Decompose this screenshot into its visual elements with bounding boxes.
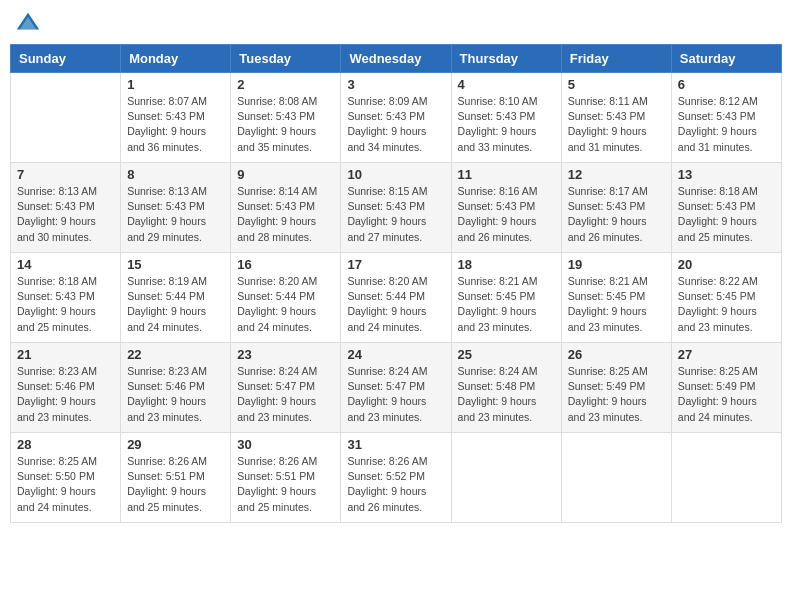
- day-cell-w1-d4: 3Sunrise: 8:09 AMSunset: 5:43 PMDaylight…: [341, 73, 451, 163]
- day-info: Sunrise: 8:10 AMSunset: 5:43 PMDaylight:…: [458, 94, 555, 155]
- day-cell-w5-d4: 31Sunrise: 8:26 AMSunset: 5:52 PMDayligh…: [341, 433, 451, 523]
- day-number: 1: [127, 77, 224, 92]
- day-number: 6: [678, 77, 775, 92]
- day-info: Sunrise: 8:25 AMSunset: 5:50 PMDaylight:…: [17, 454, 114, 515]
- day-number: 22: [127, 347, 224, 362]
- day-number: 25: [458, 347, 555, 362]
- day-cell-w1-d2: 1Sunrise: 8:07 AMSunset: 5:43 PMDaylight…: [121, 73, 231, 163]
- day-cell-w5-d6: [561, 433, 671, 523]
- day-info: Sunrise: 8:16 AMSunset: 5:43 PMDaylight:…: [458, 184, 555, 245]
- day-number: 28: [17, 437, 114, 452]
- day-info: Sunrise: 8:24 AMSunset: 5:47 PMDaylight:…: [347, 364, 444, 425]
- day-number: 30: [237, 437, 334, 452]
- day-info: Sunrise: 8:18 AMSunset: 5:43 PMDaylight:…: [678, 184, 775, 245]
- day-number: 11: [458, 167, 555, 182]
- day-cell-w1-d7: 6Sunrise: 8:12 AMSunset: 5:43 PMDaylight…: [671, 73, 781, 163]
- day-cell-w3-d4: 17Sunrise: 8:20 AMSunset: 5:44 PMDayligh…: [341, 253, 451, 343]
- calendar-header-row: SundayMondayTuesdayWednesdayThursdayFrid…: [11, 45, 782, 73]
- week-row-4: 21Sunrise: 8:23 AMSunset: 5:46 PMDayligh…: [11, 343, 782, 433]
- day-cell-w5-d5: [451, 433, 561, 523]
- day-info: Sunrise: 8:26 AMSunset: 5:52 PMDaylight:…: [347, 454, 444, 515]
- day-info: Sunrise: 8:26 AMSunset: 5:51 PMDaylight:…: [127, 454, 224, 515]
- day-info: Sunrise: 8:25 AMSunset: 5:49 PMDaylight:…: [678, 364, 775, 425]
- day-number: 20: [678, 257, 775, 272]
- day-cell-w5-d7: [671, 433, 781, 523]
- day-cell-w3-d1: 14Sunrise: 8:18 AMSunset: 5:43 PMDayligh…: [11, 253, 121, 343]
- day-number: 3: [347, 77, 444, 92]
- day-number: 12: [568, 167, 665, 182]
- day-number: 14: [17, 257, 114, 272]
- header-friday: Friday: [561, 45, 671, 73]
- day-info: Sunrise: 8:09 AMSunset: 5:43 PMDaylight:…: [347, 94, 444, 155]
- day-number: 13: [678, 167, 775, 182]
- logo: [14, 10, 46, 38]
- day-number: 26: [568, 347, 665, 362]
- day-number: 7: [17, 167, 114, 182]
- day-cell-w3-d2: 15Sunrise: 8:19 AMSunset: 5:44 PMDayligh…: [121, 253, 231, 343]
- day-cell-w3-d5: 18Sunrise: 8:21 AMSunset: 5:45 PMDayligh…: [451, 253, 561, 343]
- day-info: Sunrise: 8:21 AMSunset: 5:45 PMDaylight:…: [568, 274, 665, 335]
- day-number: 2: [237, 77, 334, 92]
- day-cell-w2-d1: 7Sunrise: 8:13 AMSunset: 5:43 PMDaylight…: [11, 163, 121, 253]
- day-info: Sunrise: 8:22 AMSunset: 5:45 PMDaylight:…: [678, 274, 775, 335]
- day-info: Sunrise: 8:13 AMSunset: 5:43 PMDaylight:…: [127, 184, 224, 245]
- day-info: Sunrise: 8:23 AMSunset: 5:46 PMDaylight:…: [17, 364, 114, 425]
- day-info: Sunrise: 8:24 AMSunset: 5:48 PMDaylight:…: [458, 364, 555, 425]
- day-info: Sunrise: 8:07 AMSunset: 5:43 PMDaylight:…: [127, 94, 224, 155]
- day-number: 27: [678, 347, 775, 362]
- day-number: 16: [237, 257, 334, 272]
- day-cell-w3-d7: 20Sunrise: 8:22 AMSunset: 5:45 PMDayligh…: [671, 253, 781, 343]
- day-cell-w2-d5: 11Sunrise: 8:16 AMSunset: 5:43 PMDayligh…: [451, 163, 561, 253]
- day-cell-w2-d4: 10Sunrise: 8:15 AMSunset: 5:43 PMDayligh…: [341, 163, 451, 253]
- header: [10, 10, 782, 38]
- day-info: Sunrise: 8:15 AMSunset: 5:43 PMDaylight:…: [347, 184, 444, 245]
- day-number: 19: [568, 257, 665, 272]
- day-info: Sunrise: 8:19 AMSunset: 5:44 PMDaylight:…: [127, 274, 224, 335]
- day-cell-w4-d6: 26Sunrise: 8:25 AMSunset: 5:49 PMDayligh…: [561, 343, 671, 433]
- day-cell-w2-d2: 8Sunrise: 8:13 AMSunset: 5:43 PMDaylight…: [121, 163, 231, 253]
- day-info: Sunrise: 8:24 AMSunset: 5:47 PMDaylight:…: [237, 364, 334, 425]
- day-number: 29: [127, 437, 224, 452]
- day-info: Sunrise: 8:20 AMSunset: 5:44 PMDaylight:…: [347, 274, 444, 335]
- week-row-3: 14Sunrise: 8:18 AMSunset: 5:43 PMDayligh…: [11, 253, 782, 343]
- header-wednesday: Wednesday: [341, 45, 451, 73]
- day-number: 8: [127, 167, 224, 182]
- day-number: 31: [347, 437, 444, 452]
- day-number: 4: [458, 77, 555, 92]
- week-row-1: 1Sunrise: 8:07 AMSunset: 5:43 PMDaylight…: [11, 73, 782, 163]
- calendar-table: SundayMondayTuesdayWednesdayThursdayFrid…: [10, 44, 782, 523]
- day-number: 10: [347, 167, 444, 182]
- day-cell-w4-d3: 23Sunrise: 8:24 AMSunset: 5:47 PMDayligh…: [231, 343, 341, 433]
- day-cell-w2-d6: 12Sunrise: 8:17 AMSunset: 5:43 PMDayligh…: [561, 163, 671, 253]
- header-tuesday: Tuesday: [231, 45, 341, 73]
- day-cell-w1-d6: 5Sunrise: 8:11 AMSunset: 5:43 PMDaylight…: [561, 73, 671, 163]
- day-number: 9: [237, 167, 334, 182]
- day-cell-w4-d7: 27Sunrise: 8:25 AMSunset: 5:49 PMDayligh…: [671, 343, 781, 433]
- header-thursday: Thursday: [451, 45, 561, 73]
- day-cell-w5-d2: 29Sunrise: 8:26 AMSunset: 5:51 PMDayligh…: [121, 433, 231, 523]
- week-row-5: 28Sunrise: 8:25 AMSunset: 5:50 PMDayligh…: [11, 433, 782, 523]
- day-number: 24: [347, 347, 444, 362]
- week-row-2: 7Sunrise: 8:13 AMSunset: 5:43 PMDaylight…: [11, 163, 782, 253]
- day-number: 17: [347, 257, 444, 272]
- day-info: Sunrise: 8:18 AMSunset: 5:43 PMDaylight:…: [17, 274, 114, 335]
- day-number: 21: [17, 347, 114, 362]
- day-info: Sunrise: 8:14 AMSunset: 5:43 PMDaylight:…: [237, 184, 334, 245]
- day-number: 5: [568, 77, 665, 92]
- day-info: Sunrise: 8:26 AMSunset: 5:51 PMDaylight:…: [237, 454, 334, 515]
- day-info: Sunrise: 8:21 AMSunset: 5:45 PMDaylight:…: [458, 274, 555, 335]
- day-info: Sunrise: 8:25 AMSunset: 5:49 PMDaylight:…: [568, 364, 665, 425]
- day-cell-w2-d3: 9Sunrise: 8:14 AMSunset: 5:43 PMDaylight…: [231, 163, 341, 253]
- day-cell-w4-d1: 21Sunrise: 8:23 AMSunset: 5:46 PMDayligh…: [11, 343, 121, 433]
- day-info: Sunrise: 8:17 AMSunset: 5:43 PMDaylight:…: [568, 184, 665, 245]
- header-monday: Monday: [121, 45, 231, 73]
- header-saturday: Saturday: [671, 45, 781, 73]
- day-cell-w2-d7: 13Sunrise: 8:18 AMSunset: 5:43 PMDayligh…: [671, 163, 781, 253]
- day-info: Sunrise: 8:23 AMSunset: 5:46 PMDaylight:…: [127, 364, 224, 425]
- day-cell-w5-d3: 30Sunrise: 8:26 AMSunset: 5:51 PMDayligh…: [231, 433, 341, 523]
- header-sunday: Sunday: [11, 45, 121, 73]
- day-cell-w1-d3: 2Sunrise: 8:08 AMSunset: 5:43 PMDaylight…: [231, 73, 341, 163]
- day-cell-w4-d5: 25Sunrise: 8:24 AMSunset: 5:48 PMDayligh…: [451, 343, 561, 433]
- day-info: Sunrise: 8:11 AMSunset: 5:43 PMDaylight:…: [568, 94, 665, 155]
- day-cell-w5-d1: 28Sunrise: 8:25 AMSunset: 5:50 PMDayligh…: [11, 433, 121, 523]
